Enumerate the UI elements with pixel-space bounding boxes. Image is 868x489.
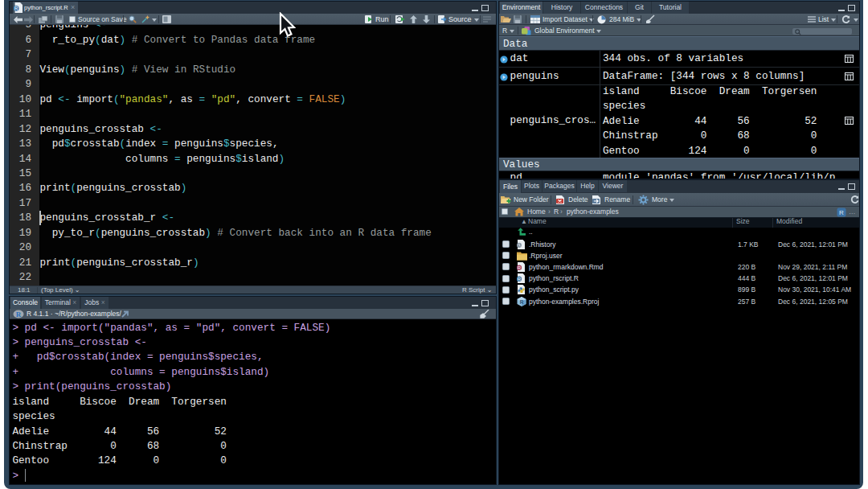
svg-text:R: R [16,310,22,318]
svg-text:R: R [839,209,844,216]
svg-text:R: R [518,277,522,281]
svg-text:R: R [14,6,18,11]
svg-text:R: R [518,265,522,270]
svg-text:R: R [520,299,524,305]
